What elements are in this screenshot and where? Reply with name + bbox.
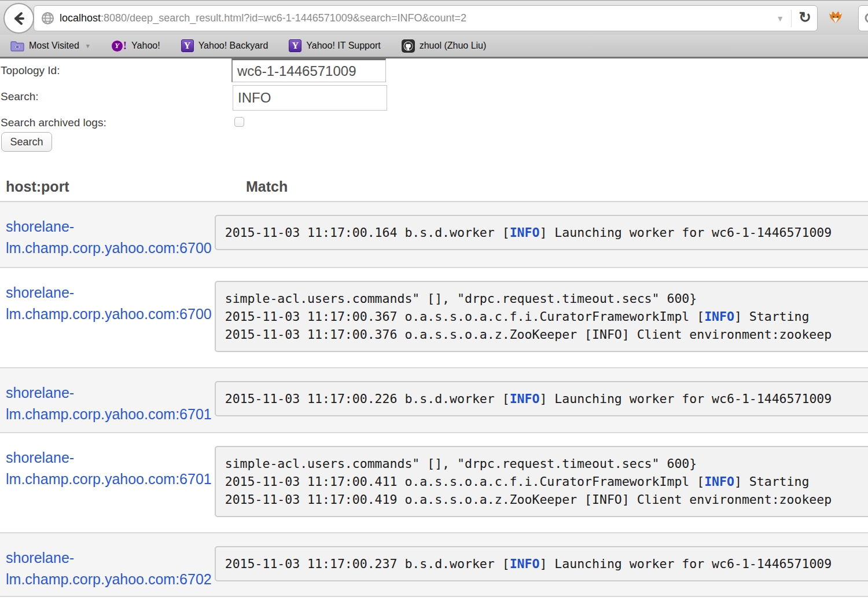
topology-id-label: Topology Id: [1, 64, 60, 77]
host-port-link[interactable]: shorelane-lm.champ.corp.yahoo.com:6702 [6, 550, 212, 587]
match-cell: 2015-11-03 11:17:00.226 b.s.d.worker [IN… [215, 368, 868, 432]
host-port-link[interactable]: shorelane-lm.champ.corp.yahoo.com:6700 [6, 218, 212, 256]
yahoo-icon: Y! [112, 39, 127, 52]
match-highlight: INFO [704, 474, 734, 489]
url-separator [791, 10, 792, 27]
log-line: 2015-11-03 11:17:00.367 o.a.s.s.o.a.c.f.… [225, 308, 868, 325]
yahoo-y-icon: Y [289, 39, 301, 52]
match-highlight: INFO [510, 225, 540, 240]
globe-icon [41, 12, 54, 25]
archived-logs-label: Search archived logs: [1, 116, 106, 129]
result-row: shorelane-lm.champ.corp.yahoo.com:670020… [0, 202, 868, 267]
result-row: shorelane-lm.champ.corp.yahoo.com:670220… [0, 532, 868, 597]
host-port-link[interactable]: shorelane-lm.champ.corp.yahoo.com:6701 [6, 449, 212, 487]
log-match-box: 2015-11-03 11:17:00.164 b.s.d.worker [IN… [215, 215, 868, 250]
log-line: 2015-11-03 11:17:00.411 o.a.s.s.o.a.c.f.… [225, 473, 868, 490]
address-bar[interactable]: localhost:8080/deep_search_result.html?i… [34, 5, 818, 31]
url-path: :8080/deep_search_result.html?id=wc6-1-1… [101, 12, 466, 24]
log-match-box: simple-acl.users.commands" [], "drpc.req… [215, 446, 868, 517]
match-cell: simple-acl.users.commands" [], "drpc.req… [215, 268, 868, 367]
log-match-box: 2015-11-03 11:17:00.226 b.s.d.worker [IN… [215, 381, 868, 416]
host-port-link[interactable]: shorelane-lm.champ.corp.yahoo.com:6701 [6, 385, 212, 422]
search-bar-partial[interactable] [858, 5, 868, 31]
topology-id-input[interactable] [231, 58, 386, 82]
log-line: 2015-11-03 11:17:00.164 b.s.d.worker [IN… [225, 224, 868, 241]
url-text: localhost:8080/deep_search_result.html?i… [60, 12, 773, 24]
bookmark-most-visited[interactable]: Most Visited ▼ [10, 41, 91, 52]
log-match-box: 2015-11-03 11:17:00.237 b.s.d.worker [IN… [215, 546, 868, 581]
match-highlight: INFO [510, 391, 540, 406]
bookmark-label: Yahoo! Backyard [198, 41, 269, 51]
fox-extension-icon[interactable] [827, 10, 844, 28]
result-row: shorelane-lm.champ.corp.yahoo.com:6701si… [0, 432, 868, 532]
search-input[interactable] [233, 85, 387, 111]
page-content: Topology Id: Search: Search archived log… [0, 58, 868, 602]
match-highlight: INFO [704, 309, 734, 324]
host-port-link[interactable]: shorelane-lm.champ.corp.yahoo.com:6700 [6, 284, 212, 322]
bookmark-github-zhuol[interactable]: zhuol (Zhuo Liu) [402, 39, 487, 53]
log-line: simple-acl.users.commands" [], "drpc.req… [225, 290, 868, 308]
url-domain: localhost [60, 12, 101, 24]
bookmark-label: Most Visited [29, 41, 79, 51]
chevron-down-icon: ▼ [85, 43, 91, 49]
bookmark-yahoo-backyard[interactable]: Y Yahoo! Backyard [181, 39, 269, 52]
back-arrow-icon [10, 10, 28, 27]
folder-icon [10, 41, 24, 52]
log-line: 2015-11-03 11:17:00.226 b.s.d.worker [IN… [225, 390, 868, 408]
host-port-cell: shorelane-lm.champ.corp.yahoo.com:6701 [0, 368, 215, 432]
magnifier-icon [864, 12, 868, 25]
column-header-match: Match [246, 178, 288, 201]
result-row: shorelane-lm.champ.corp.yahoo.com:670120… [0, 367, 868, 432]
github-icon [402, 39, 415, 53]
results-header: host:port Match [0, 174, 868, 202]
host-port-cell: shorelane-lm.champ.corp.yahoo.com:6702 [0, 533, 215, 596]
match-highlight: INFO [510, 557, 540, 571]
host-port-cell: shorelane-lm.champ.corp.yahoo.com:6700 [0, 202, 215, 267]
search-button[interactable]: Search [1, 132, 52, 152]
log-line: 2015-11-03 11:17:00.237 b.s.d.worker [IN… [225, 555, 868, 573]
log-line: 2015-11-03 11:17:00.419 o.a.s.s.o.a.z.Zo… [225, 490, 868, 508]
bookmark-label: Yahoo! [131, 41, 160, 51]
log-line: 2015-11-03 11:17:00.376 o.a.s.s.o.a.z.Zo… [225, 325, 868, 343]
search-label: Search: [1, 90, 38, 103]
match-cell: simple-acl.users.commands" [], "drpc.req… [215, 433, 868, 532]
column-header-host-port: host:port [0, 178, 246, 201]
yahoo-y-icon: Y [181, 39, 194, 52]
search-form: Topology Id: Search: Search archived log… [0, 58, 868, 174]
bookmark-yahoo[interactable]: Y! Yahoo! [112, 39, 160, 52]
back-button[interactable] [3, 3, 34, 34]
bookmark-yahoo-it-support[interactable]: Y Yahoo! IT Support [289, 39, 380, 52]
bookmark-label: zhuol (Zhuo Liu) [420, 41, 487, 51]
log-match-box: simple-acl.users.commands" [], "drpc.req… [215, 281, 868, 352]
archived-logs-checkbox[interactable] [234, 117, 244, 127]
match-cell: 2015-11-03 11:17:00.164 b.s.d.worker [IN… [215, 202, 868, 267]
url-dropdown-icon[interactable]: ▼ [776, 14, 784, 23]
bookmarks-bar: Most Visited ▼ Y! Yahoo! Y Yahoo! Backya… [0, 35, 868, 58]
host-port-cell: shorelane-lm.champ.corp.yahoo.com:6701 [0, 433, 215, 532]
result-row: shorelane-lm.champ.corp.yahoo.com:6700si… [0, 267, 868, 367]
results-rows: shorelane-lm.champ.corp.yahoo.com:670020… [0, 202, 868, 597]
bookmark-label: Yahoo! IT Support [306, 41, 380, 51]
log-line: simple-acl.users.commands" [], "drpc.req… [225, 455, 868, 473]
browser-toolbar: localhost:8080/deep_search_result.html?i… [0, 0, 868, 35]
match-cell: 2015-11-03 11:17:00.237 b.s.d.worker [IN… [215, 533, 868, 596]
reload-icon[interactable]: ↻ [799, 10, 811, 25]
host-port-cell: shorelane-lm.champ.corp.yahoo.com:6700 [0, 268, 215, 367]
